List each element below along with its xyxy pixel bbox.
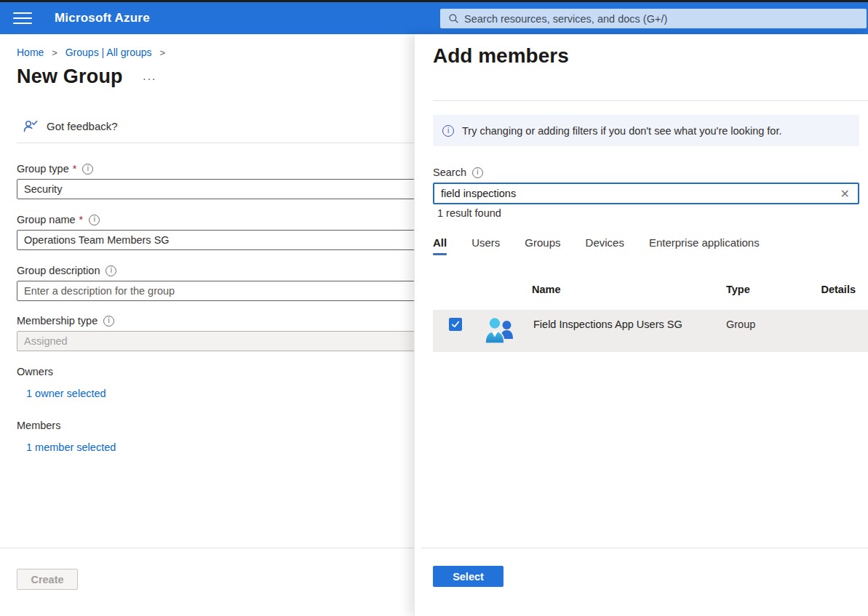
- filter-tabs: All Users Groups Devices Enterprise appl…: [433, 236, 859, 255]
- tab-devices[interactable]: Devices: [586, 236, 624, 255]
- tab-users[interactable]: Users: [471, 236, 500, 255]
- results-table-header: Name Type Details: [433, 284, 859, 310]
- owners-selected-link[interactable]: 1 owner selected: [26, 388, 106, 399]
- info-banner-text: Try changing or adding filters if you do…: [462, 125, 781, 137]
- tab-all[interactable]: All: [433, 236, 447, 255]
- clear-search-icon[interactable]: ✕: [839, 187, 851, 201]
- info-banner: i Try changing or adding filters if you …: [433, 115, 859, 146]
- select-button[interactable]: Select: [433, 566, 503, 587]
- page-footer: Create: [0, 548, 414, 616]
- group-type-select[interactable]: [17, 179, 414, 199]
- row-group-name: Field Inspections App Users SG: [533, 319, 682, 330]
- result-count: 1 result found: [437, 207, 859, 219]
- top-bar: Microsoft Azure: [0, 2, 868, 34]
- required-asterisk: *: [79, 214, 84, 225]
- divider: [17, 143, 414, 143]
- hamburger-icon: [13, 12, 32, 14]
- breadcrumb-home-link[interactable]: Home: [17, 47, 44, 58]
- breadcrumb-groups-link[interactable]: Groups | All groups: [65, 47, 152, 58]
- got-feedback-button[interactable]: Got feedback?: [23, 119, 118, 133]
- global-search-input[interactable]: [464, 13, 861, 25]
- hamburger-menu-button[interactable]: [13, 12, 32, 24]
- column-header-name: Name: [532, 284, 561, 295]
- new-group-page: Home > Groups | All groups > New Group ·…: [0, 34, 414, 616]
- group-icon: [484, 316, 516, 349]
- add-members-panel: Add members i Try changing or adding fil…: [414, 34, 868, 616]
- breadcrumb: Home > Groups | All groups >: [0, 34, 414, 58]
- member-search-label: Search i: [433, 167, 859, 178]
- row-group-type: Group: [726, 319, 755, 330]
- breadcrumb-chevron-icon: >: [52, 47, 57, 58]
- group-name-input[interactable]: [17, 230, 414, 250]
- new-group-form: Group type * i Group name * i Group desc…: [17, 163, 414, 454]
- panel-footer: Select: [421, 548, 868, 616]
- info-icon[interactable]: i: [103, 316, 114, 327]
- column-header-type: Type: [726, 284, 750, 295]
- tab-enterprise-applications[interactable]: Enterprise applications: [649, 236, 760, 255]
- group-type-label: Group type * i: [17, 163, 414, 175]
- group-name-label: Group name * i: [17, 214, 414, 225]
- membership-type-select: [17, 331, 414, 351]
- panel-title: Add members: [433, 44, 859, 68]
- checkmark-icon: [450, 319, 461, 329]
- global-search-box[interactable]: [440, 9, 867, 28]
- required-asterisk: *: [73, 163, 77, 175]
- azure-brand-link[interactable]: Microsoft Azure: [55, 11, 150, 25]
- row-checkbox[interactable]: [449, 318, 462, 331]
- group-description-input[interactable]: [17, 281, 414, 301]
- tab-groups[interactable]: Groups: [525, 236, 560, 255]
- breadcrumb-chevron-icon: >: [159, 47, 165, 58]
- page-title: New Group: [17, 65, 123, 88]
- divider: [433, 100, 868, 101]
- search-icon: [448, 13, 459, 24]
- member-search-box[interactable]: ✕: [433, 183, 859, 204]
- members-selected-link[interactable]: 1 member selected: [26, 441, 116, 453]
- info-icon[interactable]: i: [82, 164, 93, 175]
- member-search-input[interactable]: [441, 188, 839, 199]
- table-row[interactable]: Field Inspections App Users SG Group: [433, 310, 868, 352]
- info-icon[interactable]: i: [472, 167, 483, 178]
- owners-label: Owners: [17, 366, 414, 377]
- membership-type-label: Membership type i: [17, 315, 414, 327]
- column-header-details: Details: [821, 284, 856, 295]
- group-description-label: Group description i: [17, 265, 414, 276]
- info-icon[interactable]: i: [89, 215, 100, 225]
- create-button[interactable]: Create: [17, 569, 78, 590]
- more-options-button[interactable]: ···: [143, 73, 156, 88]
- got-feedback-label: Got feedback?: [47, 120, 118, 132]
- feedback-icon: [23, 119, 39, 133]
- info-icon[interactable]: i: [105, 265, 116, 276]
- members-label: Members: [17, 420, 414, 431]
- info-icon: i: [442, 125, 454, 137]
